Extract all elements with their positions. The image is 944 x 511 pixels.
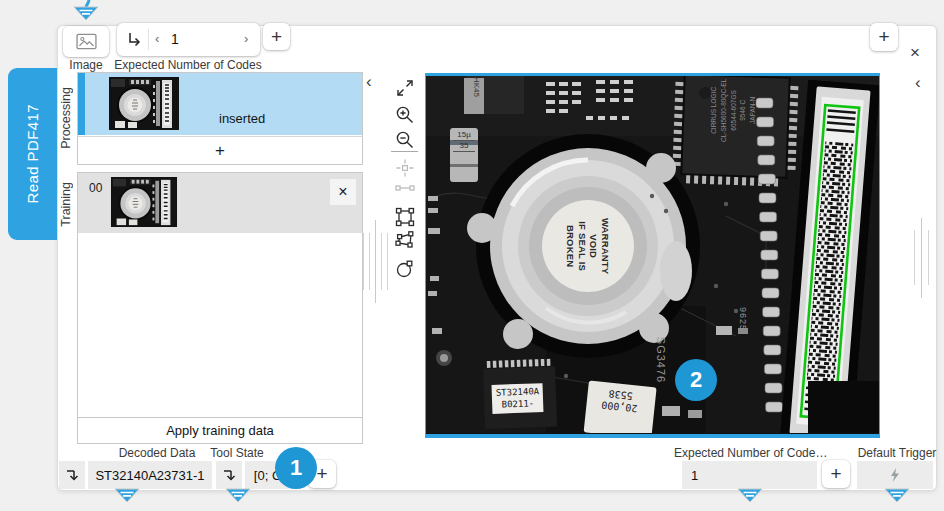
zoom-in-icon [394,104,416,126]
image-source-card[interactable] [63,26,109,57]
add-processing-image-button[interactable]: + [78,136,362,164]
splitter-grip[interactable] [921,218,922,298]
add-parameter-button-top[interactable]: + [263,23,290,50]
quad-region-button[interactable] [394,229,416,251]
capacitor-label: 15µ 35 [453,130,475,152]
toolbar-separator [391,151,418,152]
training-thumbnail[interactable] [109,177,179,227]
processing-item-selected[interactable]: inserted [78,73,362,135]
silkscreen-9625: 9625 [738,307,748,331]
quad-region-icon [394,229,416,251]
training-panel: 00 × 1 Apply training data [77,172,363,444]
board-serial-label: ST32140A B0211- [492,383,544,414]
component-label-hk45: HK45 [471,77,481,97]
annotation-marker-1: 1 [275,447,317,489]
zoom-in-button[interactable] [394,104,416,126]
spinner-decrement[interactable]: ‹ [155,32,159,45]
expected-codes-param-value[interactable]: 1 [682,461,817,489]
image-display-view[interactable]: WARRANTY VOID IF SEAL IS BROKEN HK45 15µ… [425,73,880,438]
rect-region-icon [394,206,416,228]
connector-arrow-icon [72,0,100,22]
warranty-sticker: WARRANTY VOID IF SEAL IS BROKEN [543,208,633,284]
expected-codes-value[interactable]: 1 [171,31,179,47]
default-trigger-port[interactable] [857,461,933,489]
add-input-button[interactable]: + [822,460,850,488]
splitter-grip[interactable] [363,233,364,290]
splitter-grip[interactable] [928,230,929,285]
expected-codes-input-port[interactable] [736,488,764,507]
image-card-label: Image [56,58,116,72]
zoom-out-button[interactable] [394,129,416,151]
remove-training-item-button[interactable]: × [330,179,356,205]
spinner-increment[interactable]: › [244,32,248,45]
splitter-grip[interactable] [914,230,915,285]
lightning-icon [888,467,902,483]
big-chip-marking: CIRRUS LOGIC CL-SH5600-80QC-EL 60544-607… [709,76,758,165]
point-tool-icon [394,157,416,179]
splitter-grip[interactable] [375,220,376,303]
fit-view-button[interactable] [394,77,416,99]
splitter-grip[interactable] [369,233,370,290]
processing-panel: inserted + [77,72,363,165]
circle-region-button[interactable] [394,258,416,280]
decoded-data-port-icon-card[interactable] [59,461,85,489]
decoded-data-output-port[interactable] [113,488,141,507]
output-param-icon [64,467,80,483]
expected-codes-param-label: Expected Number of Code… [674,446,824,460]
training-section-label: Training [57,172,75,236]
image-icon [76,33,97,50]
splitter-grip[interactable] [381,233,382,290]
default-trigger-label: Default Trigger [852,446,942,460]
default-trigger-input-port[interactable] [883,488,911,507]
processing-section-label: Processing [57,78,75,158]
output-param-icon [221,467,237,483]
decoded-data-value[interactable]: ST32140A23731-1 [88,461,212,489]
rect-region-button[interactable] [394,206,416,228]
training-item-index: 00 [89,181,102,195]
tab-read-pdf417-label: Read PDF417 [24,104,41,203]
selection-bar [78,73,85,135]
expected-codes-spinner[interactable]: ‹ 1 › [117,23,260,56]
divider [148,29,149,50]
line-tool-button [394,177,416,199]
tool-state-label: Tool State [197,446,277,460]
add-button-top-right[interactable]: + [870,23,898,51]
image-input-port[interactable] [72,0,100,22]
point-tool-button [394,157,416,179]
tool-state-output-port[interactable] [224,488,252,507]
close-window-icon[interactable]: × [910,44,920,61]
collapse-left-panel-icon[interactable]: ‹ [366,73,372,90]
training-item-row[interactable]: 00 × [78,173,362,233]
collapse-viewer-panel-icon[interactable]: ‹ [915,74,921,91]
annotation-marker-2: 2 [675,359,717,401]
fit-view-icon [394,77,416,99]
tool-state-port-icon-card[interactable] [216,461,242,489]
splitter-grip[interactable] [387,233,388,290]
line-tool-icon [394,177,416,199]
zoom-out-icon [394,129,416,151]
silkscreen-sg3476: SG3476 [655,337,667,383]
board-photo [426,76,879,433]
circle-region-icon [394,258,416,280]
processing-item-caption: inserted [219,111,265,126]
processing-thumbnail[interactable] [109,77,179,130]
input-param-icon [126,31,143,48]
tab-read-pdf417[interactable]: Read PDF417 [8,68,57,240]
apply-training-data-button[interactable]: Apply training data [78,417,362,443]
expected-codes-label: Expected Number of Codes [113,58,263,72]
